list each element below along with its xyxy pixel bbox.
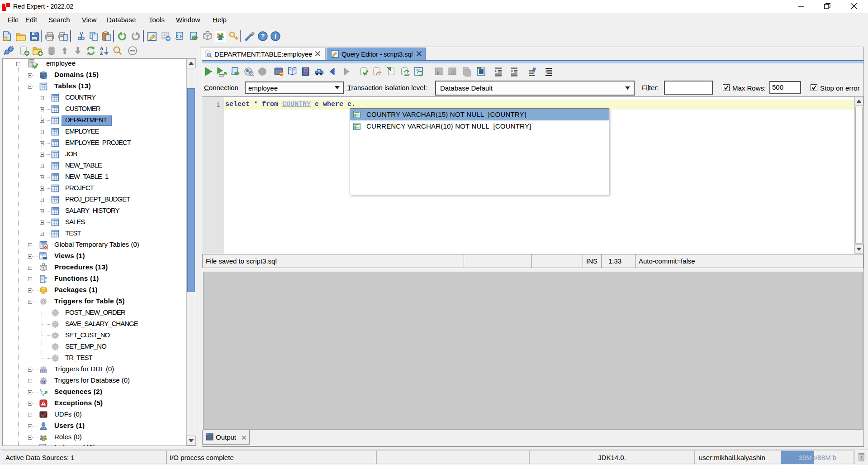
- svg-text:i: i: [275, 33, 276, 40]
- svg-text:DB: DB: [41, 381, 46, 384]
- svg-text:y: y: [45, 279, 47, 283]
- svg-text:DDL: DDL: [40, 369, 46, 373]
- svg-text:?: ?: [261, 33, 265, 40]
- svg-text:A: A: [100, 46, 104, 51]
- svg-text:Z: Z: [100, 51, 103, 56]
- svg-text:G: G: [44, 245, 47, 249]
- svg-text:3: 3: [42, 393, 44, 397]
